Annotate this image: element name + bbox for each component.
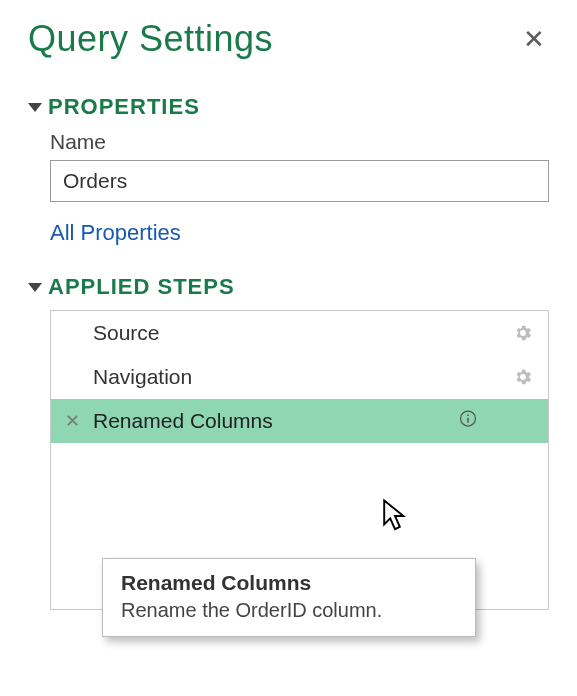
gear-icon[interactable] xyxy=(510,323,536,343)
query-settings-panel: Query Settings ✕ PROPERTIES Name All Pro… xyxy=(0,0,577,610)
properties-section: PROPERTIES Name All Properties xyxy=(28,94,549,246)
step-label: Source xyxy=(93,321,500,345)
applied-steps-header[interactable]: APPLIED STEPS xyxy=(28,274,549,300)
info-icon[interactable] xyxy=(458,409,478,434)
close-button[interactable]: ✕ xyxy=(519,26,549,52)
step-label: Navigation xyxy=(93,365,500,389)
step-row-renamed-columns[interactable]: ✕ Renamed Columns xyxy=(51,399,548,443)
step-label: Renamed Columns xyxy=(93,409,500,433)
close-icon: ✕ xyxy=(523,24,545,54)
properties-header[interactable]: PROPERTIES xyxy=(28,94,549,120)
name-input[interactable] xyxy=(50,160,549,202)
tooltip-title: Renamed Columns xyxy=(121,571,457,595)
delete-step-icon[interactable]: ✕ xyxy=(61,410,83,432)
gear-icon[interactable] xyxy=(510,367,536,387)
svg-point-2 xyxy=(467,414,469,416)
applied-steps-section-title: APPLIED STEPS xyxy=(48,274,235,300)
name-field-label: Name xyxy=(50,130,549,154)
panel-header: Query Settings ✕ xyxy=(28,18,549,60)
properties-section-title: PROPERTIES xyxy=(48,94,200,120)
collapse-icon xyxy=(28,103,42,112)
step-tooltip: Renamed Columns Rename the OrderID colum… xyxy=(102,558,476,637)
step-row-navigation[interactable]: Navigation xyxy=(51,355,548,399)
step-row-source[interactable]: Source xyxy=(51,311,548,355)
collapse-icon xyxy=(28,283,42,292)
all-properties-link[interactable]: All Properties xyxy=(50,220,181,246)
panel-title: Query Settings xyxy=(28,18,273,60)
tooltip-body: Rename the OrderID column. xyxy=(121,599,457,622)
